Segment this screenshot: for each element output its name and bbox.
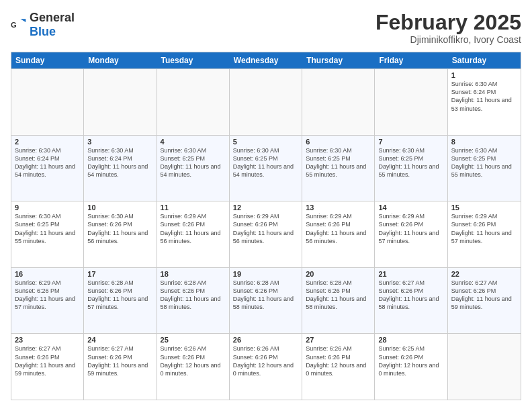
cal-cell-2-1: 10Sunrise: 6:30 AM Sunset: 6:26 PM Dayli… [84,201,157,267]
cal-cell-4-0: 23Sunrise: 6:27 AM Sunset: 6:26 PM Dayli… [11,334,84,400]
cal-cell-0-2 [157,69,230,135]
week-row-2: 9Sunrise: 6:30 AM Sunset: 6:25 PM Daylig… [11,201,521,267]
day-number: 15 [451,203,517,212]
day-number: 21 [378,270,443,278]
cal-cell-1-5: 7Sunrise: 6:30 AM Sunset: 6:25 PM Daylig… [375,136,447,201]
header-thursday: Thursday [302,52,375,68]
cal-cell-4-5: 28Sunrise: 6:25 AM Sunset: 6:26 PM Dayli… [375,334,447,400]
cal-cell-2-3: 12Sunrise: 6:29 AM Sunset: 6:26 PM Dayli… [230,201,302,267]
day-info: Sunrise: 6:30 AM Sunset: 6:25 PM Dayligh… [451,146,517,179]
day-number: 27 [306,336,371,344]
cal-cell-2-6: 15Sunrise: 6:29 AM Sunset: 6:26 PM Dayli… [448,201,521,267]
cal-cell-3-2: 18Sunrise: 6:28 AM Sunset: 6:26 PM Dayli… [157,268,230,334]
week-row-4: 23Sunrise: 6:27 AM Sunset: 6:26 PM Dayli… [11,333,521,400]
day-number: 5 [233,138,298,146]
day-number: 6 [306,138,371,146]
cal-cell-2-0: 9Sunrise: 6:30 AM Sunset: 6:25 PM Daylig… [11,201,84,267]
day-info: Sunrise: 6:29 AM Sunset: 6:26 PM Dayligh… [15,279,80,312]
cal-cell-4-1: 24Sunrise: 6:27 AM Sunset: 6:26 PM Dayli… [84,334,157,400]
day-number: 24 [87,336,152,344]
cal-cell-1-0: 2Sunrise: 6:30 AM Sunset: 6:24 PM Daylig… [11,136,84,201]
day-info: Sunrise: 6:28 AM Sunset: 6:26 PM Dayligh… [306,279,371,312]
logo-text: General Blue [30,11,75,39]
day-number: 25 [161,336,226,344]
day-number: 7 [378,138,443,146]
page: G General Blue February 2025 Djiminikoff… [0,0,532,411]
cal-cell-0-5 [375,69,447,135]
cal-cell-1-4: 6Sunrise: 6:30 AM Sunset: 6:25 PM Daylig… [302,136,375,201]
day-info: Sunrise: 6:29 AM Sunset: 6:26 PM Dayligh… [233,212,298,245]
day-info: Sunrise: 6:30 AM Sunset: 6:24 PM Dayligh… [451,80,517,113]
cal-cell-0-0 [11,69,84,135]
cal-cell-4-4: 27Sunrise: 6:26 AM Sunset: 6:26 PM Dayli… [302,334,375,400]
header-monday: Monday [84,52,157,68]
location: Djiminikoffikro, Ivory Coast [375,34,521,45]
day-number: 18 [161,270,226,278]
header-saturday: Saturday [448,52,521,68]
day-number: 16 [15,270,80,278]
day-info: Sunrise: 6:26 AM Sunset: 6:26 PM Dayligh… [161,345,226,377]
cal-cell-3-5: 21Sunrise: 6:27 AM Sunset: 6:26 PM Dayli… [375,268,447,334]
month-title: February 2025 [375,11,521,34]
day-info: Sunrise: 6:30 AM Sunset: 6:25 PM Dayligh… [15,212,80,245]
day-info: Sunrise: 6:29 AM Sunset: 6:26 PM Dayligh… [378,212,443,245]
cal-cell-3-0: 16Sunrise: 6:29 AM Sunset: 6:26 PM Dayli… [11,268,84,334]
header: G General Blue February 2025 Djiminikoff… [11,11,521,45]
day-info: Sunrise: 6:25 AM Sunset: 6:26 PM Dayligh… [378,345,443,377]
header-wednesday: Wednesday [230,52,302,68]
header-sunday: Sunday [11,52,84,68]
day-number: 20 [306,270,371,278]
day-info: Sunrise: 6:30 AM Sunset: 6:24 PM Dayligh… [15,146,80,179]
cal-cell-1-1: 3Sunrise: 6:30 AM Sunset: 6:24 PM Daylig… [84,136,157,201]
day-number: 8 [451,138,517,146]
day-info: Sunrise: 6:30 AM Sunset: 6:25 PM Dayligh… [306,146,371,179]
day-info: Sunrise: 6:30 AM Sunset: 6:25 PM Dayligh… [378,146,443,179]
cal-cell-3-4: 20Sunrise: 6:28 AM Sunset: 6:26 PM Dayli… [302,268,375,334]
cal-cell-2-5: 14Sunrise: 6:29 AM Sunset: 6:26 PM Dayli… [375,201,447,267]
cal-cell-3-3: 19Sunrise: 6:28 AM Sunset: 6:26 PM Dayli… [230,268,302,334]
day-number: 2 [15,138,80,146]
day-info: Sunrise: 6:29 AM Sunset: 6:26 PM Dayligh… [161,212,226,245]
day-info: Sunrise: 6:26 AM Sunset: 6:26 PM Dayligh… [233,345,298,377]
day-number: 28 [378,336,443,344]
day-number: 26 [233,336,298,344]
svg-text:G: G [11,21,17,29]
day-info: Sunrise: 6:27 AM Sunset: 6:26 PM Dayligh… [15,345,80,377]
day-info: Sunrise: 6:27 AM Sunset: 6:26 PM Dayligh… [378,279,443,312]
cal-cell-4-6 [448,334,521,400]
calendar-header: Sunday Monday Tuesday Wednesday Thursday… [11,52,521,68]
title-block: February 2025 Djiminikoffikro, Ivory Coa… [375,11,521,45]
cal-cell-0-1 [84,69,157,135]
day-number: 23 [15,336,80,344]
logo: G General Blue [11,11,75,39]
day-info: Sunrise: 6:26 AM Sunset: 6:26 PM Dayligh… [306,345,371,377]
day-info: Sunrise: 6:30 AM Sunset: 6:26 PM Dayligh… [87,212,152,245]
logo-icon: G [11,17,27,33]
day-info: Sunrise: 6:29 AM Sunset: 6:26 PM Dayligh… [451,212,517,245]
day-number: 12 [233,203,298,212]
day-number: 11 [161,203,226,212]
cal-cell-1-2: 4Sunrise: 6:30 AM Sunset: 6:25 PM Daylig… [157,136,230,201]
day-info: Sunrise: 6:28 AM Sunset: 6:26 PM Dayligh… [233,279,298,312]
day-number: 3 [87,138,152,146]
day-number: 14 [378,203,443,212]
day-number: 13 [306,203,371,212]
week-row-3: 16Sunrise: 6:29 AM Sunset: 6:26 PM Dayli… [11,267,521,334]
day-info: Sunrise: 6:28 AM Sunset: 6:26 PM Dayligh… [87,279,152,312]
day-info: Sunrise: 6:29 AM Sunset: 6:26 PM Dayligh… [306,212,371,245]
day-number: 1 [451,71,517,79]
logo-general: General [30,11,75,24]
cal-cell-0-3 [230,69,302,135]
day-number: 9 [15,203,80,212]
cal-cell-0-4 [302,69,375,135]
day-number: 22 [451,270,517,278]
day-info: Sunrise: 6:27 AM Sunset: 6:26 PM Dayligh… [451,279,517,312]
cal-cell-1-6: 8Sunrise: 6:30 AM Sunset: 6:25 PM Daylig… [448,136,521,201]
cal-cell-4-2: 25Sunrise: 6:26 AM Sunset: 6:26 PM Dayli… [157,334,230,400]
cal-cell-1-3: 5Sunrise: 6:30 AM Sunset: 6:25 PM Daylig… [230,136,302,201]
header-tuesday: Tuesday [157,52,230,68]
svg-marker-1 [20,19,26,22]
day-info: Sunrise: 6:28 AM Sunset: 6:26 PM Dayligh… [161,279,226,312]
day-number: 4 [161,138,226,146]
cal-cell-2-2: 11Sunrise: 6:29 AM Sunset: 6:26 PM Dayli… [157,201,230,267]
